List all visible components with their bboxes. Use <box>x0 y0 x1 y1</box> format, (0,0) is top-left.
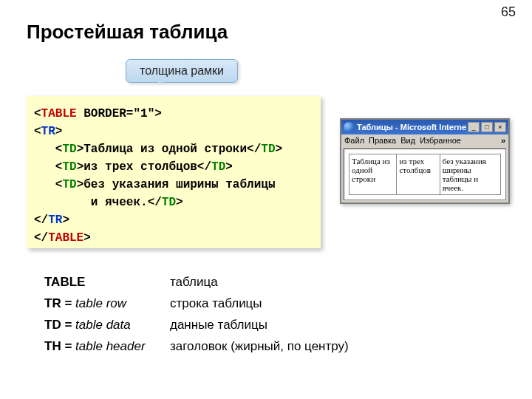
minimize-button[interactable]: _ <box>468 122 480 132</box>
menu-file[interactable]: Файл <box>344 136 364 145</box>
callout-border-width: толщина рамки <box>126 59 238 83</box>
menu-view[interactable]: Вид <box>400 136 415 145</box>
table-cell: Таблица из одной строки <box>349 154 397 195</box>
menu-overflow[interactable]: » <box>501 136 505 145</box>
code-block: <TABLE BORDER="1"> <TR> <TD>Таблица из о… <box>27 96 321 248</box>
table-cell: из трех столбцов <box>397 154 440 195</box>
page-number: 65 <box>501 4 516 20</box>
rendered-table: Таблица из одной строки из трех столбцов… <box>349 154 501 195</box>
definition-row: TABLE таблица <box>44 272 349 293</box>
browser-viewport: Таблица из одной строки из трех столбцов… <box>344 149 506 200</box>
definition-row: TD = table data данные таблицы <box>44 315 349 336</box>
definition-row: TH = table header заголовок (жирный, по … <box>44 336 349 358</box>
close-button[interactable]: × <box>494 122 506 132</box>
table-cell: без указания ширины таблицы и ячеек. <box>440 154 500 195</box>
menu-edit[interactable]: Правка <box>369 136 396 145</box>
definitions-list: TABLE таблица TR = table row строка табл… <box>44 272 349 358</box>
menu-favorites[interactable]: Избранное <box>420 136 461 145</box>
menu-bar: Файл Правка Вид Избранное » <box>341 134 508 146</box>
window-title: Таблицы - Microsoft Internet E... <box>357 123 466 132</box>
definition-row: TR = table row строка таблицы <box>44 293 349 315</box>
browser-mockup: Таблицы - Microsoft Internet E... _ □ × … <box>340 118 510 204</box>
slide-title: Простейшая таблица <box>27 21 228 44</box>
ie-icon <box>344 122 354 132</box>
maximize-button[interactable]: □ <box>481 122 493 132</box>
window-titlebar: Таблицы - Microsoft Internet E... _ □ × <box>341 120 508 134</box>
